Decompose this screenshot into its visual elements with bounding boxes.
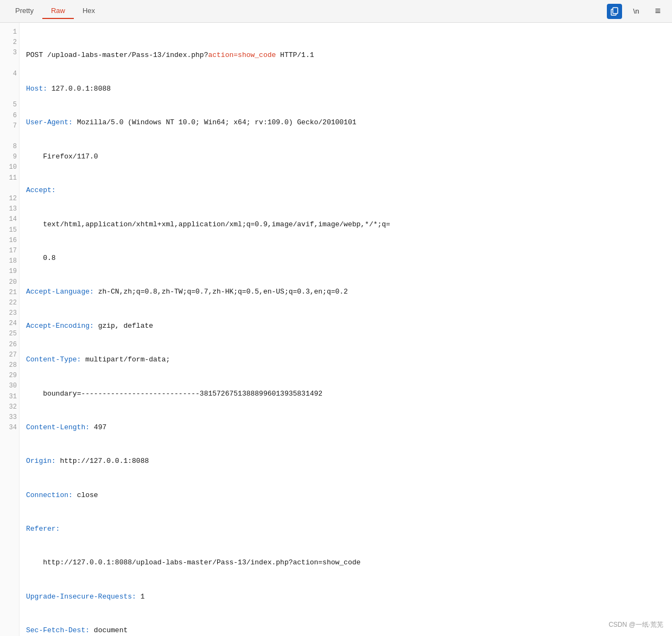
code-display: POST /upload-labs-master/Pass-13/index.p…	[20, 23, 672, 636]
top-bar: Pretty Raw Hex \n ≡	[0, 0, 672, 23]
content-area: 123 4 567 891011 1213141516 1718192021 2…	[0, 23, 672, 636]
tab-raw[interactable]: Raw	[42, 3, 74, 19]
newline-icon[interactable]: \n	[629, 4, 644, 19]
line-numbers: 123 4 567 891011 1213141516 1718192021 2…	[0, 23, 20, 636]
tab-hex[interactable]: Hex	[74, 3, 104, 19]
copy-icon[interactable]	[607, 4, 622, 19]
tab-pretty[interactable]: Pretty	[7, 3, 42, 19]
svg-rect-1	[613, 8, 618, 14]
watermark: CSDN @一纸·荒芜	[608, 620, 663, 629]
menu-icon[interactable]: ≡	[650, 4, 665, 19]
